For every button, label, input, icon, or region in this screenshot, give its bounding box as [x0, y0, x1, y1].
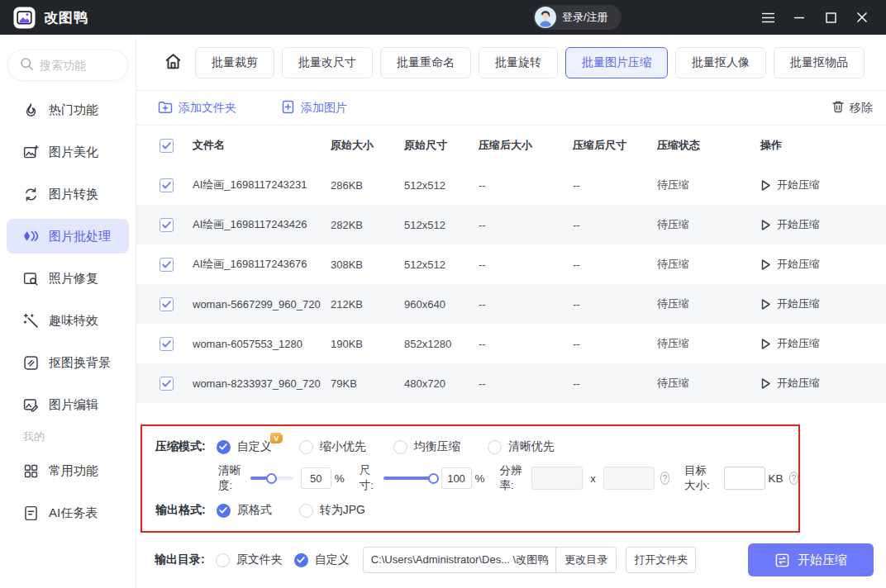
add-folder-button[interactable]: 添加文件夹 [158, 100, 236, 116]
image-plus-icon [281, 100, 295, 116]
transfer-icon [774, 552, 790, 568]
start-compress-button[interactable]: 开始压缩 [748, 543, 874, 576]
change-directory-button[interactable]: 更改目录 [555, 548, 616, 572]
cell-compressed-dims: -- [573, 377, 657, 390]
search-icon [20, 57, 34, 74]
tab-批量重命名[interactable]: 批量重命名 [380, 47, 471, 78]
cell-status: 待压缩 [657, 296, 760, 311]
compression-mode-options: 自定义V缩小优先均衡压缩清晰优先 [217, 439, 582, 454]
resolution-height-input[interactable] [603, 467, 655, 490]
radio-unchecked-icon [299, 440, 313, 454]
trash-icon [831, 100, 845, 116]
output-dir-option-原文件夹[interactable]: 原文件夹 [216, 552, 283, 567]
sidebar-item-照片修复[interactable]: 照片修复 [7, 261, 129, 296]
tab-批量抠物品[interactable]: 批量抠物品 [774, 47, 865, 78]
size-slider[interactable] [383, 472, 433, 484]
search-input[interactable] [40, 59, 122, 72]
target-size-help-icon[interactable]: ? [789, 472, 798, 485]
app-window: 改图鸭 登录/注册 热门功能图片美化图片转换图片批处理照片修复趣味特效抠图换背景… [0, 0, 886, 588]
cell-compressed-size: -- [479, 219, 573, 231]
row-checkbox[interactable] [160, 377, 174, 391]
close-icon[interactable] [846, 0, 878, 35]
row-start-compress-button[interactable]: 开始压缩 [760, 178, 820, 192]
clarity-slider[interactable] [250, 472, 293, 484]
mode-option-清晰优先[interactable]: 清晰优先 [488, 439, 555, 454]
sidebar-item-热门功能[interactable]: 热门功能 [7, 92, 129, 127]
row-checkbox[interactable] [160, 337, 174, 351]
row-start-compress-button[interactable]: 开始压缩 [760, 376, 820, 391]
tab-批量旋转[interactable]: 批量旋转 [479, 47, 558, 78]
resolution-help-icon[interactable]: ? [660, 472, 669, 485]
magic-wand-icon [22, 312, 40, 330]
row-checkbox[interactable] [160, 258, 174, 272]
remove-button[interactable]: 移除 [831, 100, 873, 116]
cell-filename: AI绘画_1698117243426 [193, 217, 331, 232]
cell-original-dims: 512x512 [404, 179, 479, 192]
sidebar-item-趣味特效[interactable]: 趣味特效 [7, 303, 129, 338]
cell-compressed-size: -- [479, 179, 573, 192]
resolution-width-input[interactable] [531, 467, 583, 490]
add-folder-label: 添加文件夹 [179, 101, 236, 116]
table-row: AI绘画_1698117243426282KB512x512----待压缩开始压… [136, 205, 886, 244]
add-image-button[interactable]: 添加图片 [281, 100, 347, 116]
row-start-compress-button[interactable]: 开始压缩 [760, 336, 820, 351]
target-size-input[interactable] [724, 467, 765, 490]
mode-option-均衡压缩[interactable]: 均衡压缩 [393, 439, 460, 454]
tab-批量抠人像[interactable]: 批量抠人像 [675, 47, 766, 78]
sidebar-item-AI任务表[interactable]: AI任务表 [7, 496, 129, 530]
play-icon [760, 258, 771, 271]
output-path-group: C:\Users\Administrator\Des... \改图鸭 更改目录 [363, 547, 617, 573]
col-original-dims: 原始尺寸 [404, 138, 479, 153]
add-image-label: 添加图片 [301, 101, 347, 116]
toolbar: 添加文件夹 添加图片 移除 [136, 91, 886, 126]
sidebar-item-抠图换背景[interactable]: 抠图换背景 [7, 345, 129, 380]
sidebar-item-常用功能[interactable]: 常用功能 [7, 453, 129, 488]
table-body: AI绘画_1698117243231286KB512x512----待压缩开始压… [136, 165, 886, 403]
clarity-input[interactable] [301, 467, 331, 489]
tab-批量图片压缩[interactable]: 批量图片压缩 [565, 47, 668, 78]
open-folder-button[interactable]: 打开文件夹 [626, 547, 696, 573]
sidebar-my-nav: 常用功能AI任务表 [0, 453, 136, 530]
tab-批量改尺寸[interactable]: 批量改尺寸 [282, 47, 373, 78]
mode-option-自定义[interactable]: 自定义V [217, 439, 272, 454]
cell-compressed-dims: -- [573, 258, 657, 271]
cell-original-size: 308KB [331, 258, 404, 271]
mode-option-缩小优先[interactable]: 缩小优先 [299, 439, 366, 454]
cell-status: 待压缩 [657, 376, 760, 391]
sidebar-item-图片批处理[interactable]: 图片批处理 [7, 219, 129, 254]
table-row: woman-6057553_1280190KB852x1280----待压缩开始… [136, 324, 886, 363]
tab-批量裁剪[interactable]: 批量裁剪 [195, 47, 274, 78]
clarity-slider-handle[interactable] [266, 473, 277, 484]
compression-settings-panel: 压缩模式: 自定义V缩小优先均衡压缩清晰优先 清晰度: % 尺寸: % 分辨率:… [141, 424, 800, 533]
menu-icon[interactable] [752, 0, 784, 35]
row-start-compress-button[interactable]: 开始压缩 [760, 296, 820, 311]
image-edit-icon [22, 396, 40, 414]
sidebar-item-图片转换[interactable]: 图片转换 [7, 177, 129, 211]
size-input[interactable] [441, 467, 472, 489]
row-checkbox[interactable] [160, 297, 174, 311]
output-dir-option-自定义[interactable]: 自定义 [294, 552, 350, 567]
target-size-label: 目标大小: [684, 463, 717, 493]
row-start-compress-button[interactable]: 开始压缩 [760, 217, 820, 232]
login-button[interactable]: 登录/注册 [533, 5, 622, 30]
sidebar-item-图片编辑[interactable]: 图片编辑 [7, 387, 129, 422]
sidebar-section-label: 我的 [23, 429, 136, 444]
cell-filename: AI绘画_1698117243231 [193, 178, 331, 192]
row-checkbox[interactable] [160, 218, 174, 232]
sidebar-item-图片美化[interactable]: 图片美化 [7, 135, 129, 169]
home-button[interactable] [161, 51, 184, 74]
row-checkbox[interactable] [160, 178, 174, 192]
cell-original-dims: 512x512 [404, 258, 479, 271]
size-slider-handle[interactable] [428, 473, 439, 484]
row-start-compress-button[interactable]: 开始压缩 [760, 257, 820, 272]
select-all-checkbox[interactable] [160, 139, 174, 153]
cell-original-size: 212KB [331, 298, 404, 311]
cell-original-dims: 852x1280 [404, 338, 479, 350]
minimize-icon[interactable] [784, 0, 815, 35]
maximize-icon[interactable] [815, 0, 846, 35]
cell-status: 待压缩 [657, 178, 760, 192]
format-option-转为JPG[interactable]: 转为JPG [299, 503, 365, 518]
flame-icon [22, 102, 40, 119]
format-option-原格式[interactable]: 原格式 [217, 503, 272, 518]
resolution-label: 分辨率: [500, 463, 525, 493]
